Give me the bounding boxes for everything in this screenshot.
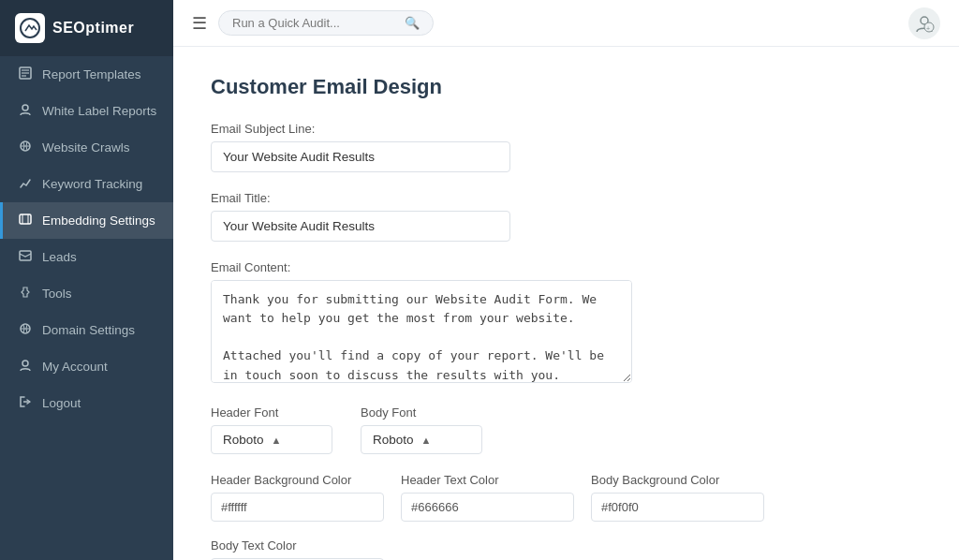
domain-settings-icon	[18, 322, 33, 338]
body-bg-color-group: Body Background Color	[591, 473, 764, 522]
body-font-label: Body Font	[361, 405, 482, 420]
sidebar-item-my-account[interactable]: My Account	[0, 348, 173, 385]
sidebar-item-logout[interactable]: Logout	[0, 385, 173, 421]
embedding-settings-icon	[18, 213, 33, 228]
body-text-color-group: Body Text Color	[211, 538, 384, 560]
body-font-select[interactable]: Roboto ▲	[361, 425, 482, 454]
topbar: ☰ 🔍 +	[173, 0, 959, 47]
sidebar-label-logout: Logout	[42, 396, 81, 410]
svg-point-14	[22, 361, 28, 366]
sidebar-item-report-templates[interactable]: Report Templates	[0, 56, 173, 93]
email-subject-label: Email Subject Line:	[211, 122, 922, 136]
header-bg-color-group: Header Background Color	[211, 473, 384, 522]
header-font-group: Header Font Roboto ▲	[211, 405, 332, 454]
header-font-chevron-icon: ▲	[272, 435, 282, 446]
sidebar-label-embedding: Embedding Settings	[42, 214, 155, 228]
sidebar-label-leads: Leads	[42, 250, 77, 264]
sidebar-item-tools[interactable]: Tools	[0, 275, 173, 312]
report-templates-icon	[18, 66, 33, 82]
header-text-color-input[interactable]	[401, 493, 574, 522]
svg-point-0	[21, 19, 39, 37]
sidebar-logo: SEOptimer	[0, 0, 173, 56]
content-area: Customer Email Design Email Subject Line…	[173, 47, 959, 560]
search-icon: 🔍	[405, 16, 420, 30]
sidebar-item-white-label-reports[interactable]: White Label Reports	[0, 93, 173, 129]
sidebar-item-website-crawls[interactable]: Website Crawls	[0, 129, 173, 166]
sidebar-label-tools: Tools	[42, 287, 72, 301]
header-bg-color-label: Header Background Color	[211, 473, 384, 487]
page-title: Customer Email Design	[211, 75, 922, 99]
hamburger-menu[interactable]: ☰	[192, 13, 207, 34]
sidebar-label-white-label: White Label Reports	[42, 104, 156, 118]
sidebar-label-website-crawls: Website Crawls	[42, 140, 130, 155]
sidebar-item-embedding-settings[interactable]: Embedding Settings	[0, 202, 173, 239]
sidebar: SEOptimer Report Templates	[0, 0, 173, 560]
svg-rect-11	[20, 251, 31, 260]
body-text-color-label: Body Text Color	[211, 538, 384, 553]
sidebar-item-keyword-tracking[interactable]: Keyword Tracking	[0, 166, 173, 202]
tools-icon	[18, 286, 33, 302]
sidebar-label-keyword-tracking: Keyword Tracking	[42, 177, 142, 191]
logout-icon	[18, 395, 33, 411]
email-title-input[interactable]	[211, 211, 510, 242]
header-font-select[interactable]: Roboto ▲	[211, 425, 332, 454]
header-font-label: Header Font	[211, 405, 332, 420]
search-input[interactable]	[232, 16, 399, 30]
svg-rect-8	[20, 214, 31, 224]
svg-point-5	[22, 105, 28, 111]
search-bar[interactable]: 🔍	[218, 10, 434, 36]
email-title-field-group: Email Title:	[211, 191, 922, 242]
body-font-value: Roboto	[373, 433, 414, 447]
sidebar-label-report-templates: Report Templates	[42, 67, 141, 81]
email-subject-input[interactable]	[211, 141, 510, 172]
body-font-group: Body Font Roboto ▲	[361, 405, 482, 454]
email-content-label: Email Content:	[211, 260, 922, 274]
sidebar-label-domain-settings: Domain Settings	[42, 323, 135, 337]
topbar-right: +	[908, 7, 940, 39]
white-label-reports-icon	[18, 103, 33, 119]
user-avatar[interactable]: +	[908, 7, 940, 39]
header-bg-color-input[interactable]	[211, 493, 384, 522]
email-subject-field-group: Email Subject Line:	[211, 122, 922, 172]
sidebar-item-domain-settings[interactable]: Domain Settings	[0, 312, 173, 348]
website-crawls-icon	[18, 140, 33, 155]
body-bg-color-input[interactable]	[591, 493, 764, 522]
keyword-tracking-icon	[18, 176, 33, 192]
email-content-field-group: Email Content: Thank you for submitting …	[211, 260, 922, 387]
header-text-color-group: Header Text Color	[401, 473, 574, 522]
header-text-color-label: Header Text Color	[401, 473, 574, 487]
sidebar-nav: Report Templates White Label Reports	[0, 56, 173, 421]
body-bg-color-label: Body Background Color	[591, 473, 764, 487]
sidebar-item-leads[interactable]: Leads	[0, 239, 173, 275]
email-title-label: Email Title:	[211, 191, 922, 205]
color-row: Header Background Color Header Text Colo…	[211, 473, 922, 560]
email-content-textarea[interactable]: Thank you for submitting our Website Aud…	[211, 280, 632, 383]
sidebar-label-my-account: My Account	[42, 360, 108, 374]
font-row: Header Font Roboto ▲ Body Font Roboto ▲	[211, 405, 922, 454]
leads-icon	[18, 249, 33, 265]
logo-icon	[15, 13, 45, 43]
header-font-value: Roboto	[223, 433, 264, 447]
body-font-chevron-icon: ▲	[421, 435, 432, 446]
svg-text:+: +	[926, 25, 930, 32]
my-account-icon	[18, 359, 33, 375]
logo-text: SEOptimer	[52, 20, 134, 37]
main-area: ☰ 🔍 + Customer Email Design Email Subjec…	[173, 0, 959, 560]
